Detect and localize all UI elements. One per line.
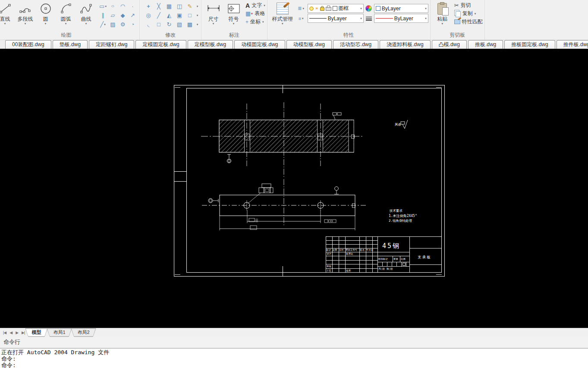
polyline-icon — [19, 1, 32, 16]
tb-review: 审核 — [327, 265, 331, 267]
modify-panel-label[interactable]: 修改 — [141, 31, 199, 39]
box3d-tool[interactable]: ▧ — [174, 20, 185, 29]
circle-button[interactable]: 圆 ▾ — [35, 1, 56, 25]
tech-req-title: 技术要求 — [389, 209, 403, 213]
file-tab[interactable]: 动模固定板.dwg — [234, 40, 285, 49]
arc-segment-tool[interactable]: ◠ — [118, 2, 128, 11]
section-view — [201, 102, 364, 178]
text-tool-button[interactable]: A 文字 ▾ — [245, 1, 265, 9]
leader-tool[interactable]: ↗ — [128, 11, 138, 20]
draw-panel-label[interactable]: 绘图 — [0, 31, 138, 39]
style-manager-label: 样式管理 — [272, 16, 293, 22]
gear-tool[interactable]: ⚙ — [118, 20, 128, 29]
plan-view — [202, 179, 366, 230]
chamfer-tool[interactable]: □ — [154, 20, 164, 29]
linetype-rows-button[interactable]: ≡ ▾ — [296, 16, 306, 21]
tab-layout2[interactable]: 布局2 — [71, 328, 96, 337]
file-tab[interactable]: 定距螺钉.dwg — [89, 40, 134, 49]
command-history-line: 正在打开 AutoCAD 2004 Drawing 文件 — [1, 349, 587, 355]
solid-tool[interactable]: ◆ — [118, 11, 128, 20]
circle-button-label: 圆 — [43, 16, 48, 22]
file-tab[interactable]: 推板固定板.dwg — [504, 40, 555, 49]
polyline-button[interactable]: 多段线 ▾ — [15, 1, 35, 25]
clipboard-panel-label[interactable]: 剪切板 — [432, 31, 483, 39]
copy-object-tool[interactable]: ◎ — [143, 11, 154, 20]
rest-label: 其余 — [395, 123, 402, 126]
layer-combo[interactable]: ☀ 图框 ▾ — [308, 4, 364, 13]
tab-nav-first-icon[interactable]: |◀ — [2, 330, 7, 335]
layer-states-icon: ≣ — [298, 6, 302, 11]
fillet-tool[interactable]: ◟ — [143, 20, 154, 29]
file-tab[interactable]: 00装配图.dwg — [5, 40, 51, 49]
rotate-icon: ↻ — [167, 21, 172, 28]
file-tab[interactable]: 动模型板.dwg — [286, 40, 332, 49]
tb-zone: 分区 — [339, 248, 344, 251]
lineweight-combo[interactable]: ByLayer ▾ — [374, 14, 428, 23]
caret-icon: ▾ — [425, 17, 427, 20]
command-line-header[interactable]: 命令行 — [0, 337, 588, 348]
tab-model[interactable]: 模型 — [25, 328, 47, 337]
file-tab[interactable]: 浇道卸料板.dwg — [380, 40, 430, 49]
table-tool-button[interactable]: ▦ + 表格 — [245, 9, 265, 18]
file-tab[interactable]: 定模固定板.dwg — [135, 40, 186, 49]
tab-nav-next-icon[interactable]: ▶ — [14, 330, 19, 335]
symbol-button[interactable]: .1 符号 ▾ — [223, 1, 244, 25]
dashed-rect-tool[interactable]: □ — [185, 11, 195, 20]
tb-doc: 更改文件号 — [346, 248, 358, 251]
stretch-tool[interactable]: ◫ — [174, 2, 185, 11]
point-tool[interactable]: · — [128, 2, 138, 11]
tab-layout1[interactable]: 布局1 — [47, 328, 72, 337]
move-tool[interactable]: + — [143, 2, 154, 11]
linetype-combo[interactable]: ByLayer ▾ — [308, 14, 364, 23]
hatch-edit-tool[interactable]: ▩ — [185, 20, 195, 29]
erase-tool[interactable]: ✎ — [185, 2, 195, 11]
tb-count: 处数 — [333, 248, 337, 252]
caret-icon: ▾ — [302, 7, 304, 10]
trim-tool[interactable]: ╳ — [154, 2, 164, 11]
caret-icon[interactable]: ▾ — [197, 23, 198, 26]
cut-button[interactable]: ✂ 剪切 — [454, 1, 483, 9]
parallel-tool[interactable]: ∥ — [98, 11, 108, 20]
mirror-tool[interactable]: ◭ — [164, 11, 174, 20]
region-tool[interactable]: ▱ — [108, 11, 118, 20]
tab-layout2-label: 布局2 — [72, 329, 96, 337]
file-tab[interactable]: 垫板.dwg — [53, 40, 88, 49]
spline-button[interactable]: 曲线 ▾ — [76, 1, 96, 25]
file-tab[interactable]: 活动型芯.dwg — [333, 40, 378, 49]
construction-line-tool[interactable]: ╱▾ — [98, 20, 108, 29]
arc-button[interactable]: 圆弧 ▾ — [56, 1, 76, 25]
wipeout-tool[interactable]: ◔ — [128, 20, 138, 29]
ellipse-tool[interactable]: ○ — [108, 2, 118, 11]
copy-button[interactable]: 复制 ▾ — [454, 9, 483, 18]
break-tool[interactable]: ╱ — [154, 11, 164, 20]
hatch-tool[interactable]: ▨ — [108, 20, 118, 29]
coordinate-tool-button[interactable]: + 坐标 ▾ — [245, 18, 265, 26]
rectangle-tool[interactable]: ▭▾ — [98, 2, 108, 11]
caret-icon[interactable]: ▾ — [197, 14, 198, 17]
file-tab[interactable]: 推件板.dwg — [557, 40, 588, 49]
properties-panel-label[interactable]: 特性 — [269, 31, 428, 39]
dimension-button[interactable]: 尺寸 ▾ — [203, 1, 223, 25]
layer-states-button[interactable]: ≣ ▾ — [296, 6, 306, 11]
drawing-canvas[interactable]: 其余 技术要求 1.未注倒角2X45° 2.锐角倒钝处理 — [0, 49, 588, 328]
file-tab[interactable]: 凸模.dwg — [432, 40, 467, 49]
caret-icon[interactable]: ▾ — [197, 5, 198, 8]
tab-nav-last-icon[interactable]: ▶| — [20, 330, 26, 335]
annotate-panel-label[interactable]: 标注 — [203, 31, 265, 39]
array-tool[interactable]: ▦ — [164, 2, 174, 11]
rotate-tool[interactable]: ↻ — [164, 20, 174, 29]
tab-nav-prev-icon[interactable]: ◀ — [8, 330, 13, 335]
command-history[interactable]: 正在打开 AutoCAD 2004 Drawing 文件 命令: 命令: — [0, 348, 588, 368]
file-tab[interactable]: 推板.dwg — [468, 40, 503, 49]
offset-tool[interactable]: ▣ — [174, 11, 185, 20]
line-button[interactable]: 直线 ▾ — [0, 1, 15, 25]
symbol-icon: .1 — [228, 1, 240, 16]
color-combo[interactable]: ByLayer ▾ — [374, 4, 428, 13]
match-properties-button[interactable]: 特性匹配 — [454, 18, 483, 26]
paste-button[interactable]: 粘贴 ▾ — [432, 1, 453, 25]
ribbon-panel-clipboard: 粘贴 ▾ ✂ 剪切 复制 ▾ 特性匹配 — [431, 0, 485, 40]
file-tab[interactable]: 定模型板.dwg — [188, 40, 233, 49]
paste-clipboard-icon — [437, 1, 447, 16]
style-manager-button[interactable]: 样式管理 ▾ — [269, 1, 296, 25]
tb-process: 工艺 — [327, 269, 331, 272]
